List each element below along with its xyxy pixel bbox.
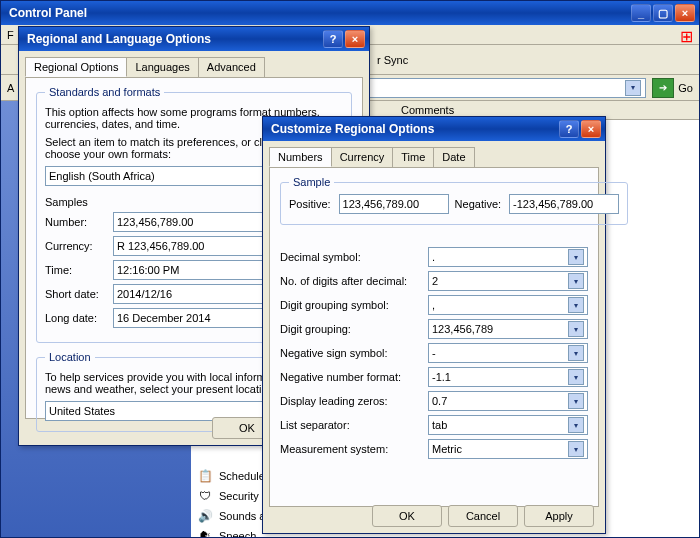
chevron-down-icon[interactable]: ▾ (568, 369, 584, 385)
standards-legend: Standards and formats (45, 86, 164, 98)
measurement-label: Measurement system: (280, 443, 428, 455)
close-button[interactable]: × (675, 4, 695, 22)
tab-regional-options[interactable]: Regional Options (25, 57, 127, 77)
tab-languages[interactable]: Languages (126, 57, 198, 77)
chevron-down-icon[interactable]: ▾ (568, 441, 584, 457)
tab-advanced[interactable]: Advanced (198, 57, 265, 77)
list-separator-select[interactable]: tab▾ (428, 415, 588, 435)
regional-options-title: Regional and Language Options (23, 32, 321, 46)
digits-after-select[interactable]: 2▾ (428, 271, 588, 291)
chevron-down-icon[interactable]: ▾ (568, 321, 584, 337)
go-button[interactable]: ➔ (652, 78, 674, 98)
customize-title: Customize Regional Options (267, 122, 557, 136)
help-button[interactable]: ? (323, 30, 343, 48)
longdate-label: Long date: (45, 312, 113, 324)
close-button[interactable]: × (345, 30, 365, 48)
sounds-icon: 🔊 (197, 508, 213, 524)
location-legend: Location (45, 351, 95, 363)
neg-format-select[interactable]: -1.1▾ (428, 367, 588, 387)
grouping-symbol-label: Digit grouping symbol: (280, 299, 428, 311)
digit-grouping-label: Digit grouping: (280, 323, 428, 335)
sample-group: Sample Positive: 123,456,789.00 Negative… (280, 176, 628, 225)
tab-time[interactable]: Time (392, 147, 434, 167)
customize-buttons: OK Cancel Apply (369, 505, 597, 527)
control-panel-titlebar[interactable]: Control Panel _ ▢ × (1, 1, 699, 25)
apply-button[interactable]: Apply (524, 505, 594, 527)
col-comments[interactable]: Comments (401, 104, 454, 116)
regional-tabstrip: Regional Options Languages Advanced (25, 57, 363, 77)
close-button[interactable]: × (581, 120, 601, 138)
sample-legend: Sample (289, 176, 334, 188)
grouping-symbol-select[interactable]: ,▾ (428, 295, 588, 315)
location-value: United States (49, 405, 115, 417)
maximize-button[interactable]: ▢ (653, 4, 673, 22)
item-label: Speech (219, 530, 256, 537)
decimal-symbol-select[interactable]: .▾ (428, 247, 588, 267)
chevron-down-icon[interactable]: ▾ (568, 393, 584, 409)
windows-logo-icon: ⊞ (680, 27, 693, 46)
tab-numbers[interactable]: Numbers (269, 147, 332, 167)
chevron-down-icon[interactable]: ▾ (568, 249, 584, 265)
tab-currency[interactable]: Currency (331, 147, 394, 167)
leading-zeros-label: Display leading zeros: (280, 395, 428, 407)
number-label: Number: (45, 216, 113, 228)
go-label: Go (678, 82, 693, 94)
minimize-button[interactable]: _ (631, 4, 651, 22)
customize-titlebar[interactable]: Customize Regional Options ? × (263, 117, 605, 141)
security-center-icon: 🛡 (197, 488, 213, 504)
cancel-button[interactable]: Cancel (448, 505, 518, 527)
positive-sample: 123,456,789.00 (339, 194, 449, 214)
negative-label: Negative: (455, 198, 501, 210)
ok-button[interactable]: OK (372, 505, 442, 527)
menu-file[interactable]: F (7, 29, 14, 41)
speech-icon: 🗣 (197, 528, 213, 537)
leading-zeros-select[interactable]: 0.7▾ (428, 391, 588, 411)
neg-sign-select[interactable]: -▾ (428, 343, 588, 363)
digit-grouping-select[interactable]: 123,456,789▾ (428, 319, 588, 339)
shortdate-label: Short date: (45, 288, 113, 300)
tab-date[interactable]: Date (433, 147, 474, 167)
measurement-select[interactable]: Metric▾ (428, 439, 588, 459)
customize-tab-page: Sample Positive: 123,456,789.00 Negative… (269, 167, 599, 507)
digits-after-label: No. of digits after decimal: (280, 275, 428, 287)
currency-label: Currency: (45, 240, 113, 252)
chevron-down-icon[interactable]: ▾ (568, 273, 584, 289)
toolbar-sync-label: r Sync (377, 54, 408, 66)
scheduled-tasks-icon: 📋 (197, 468, 213, 484)
locale-value: English (South Africa) (49, 170, 155, 182)
time-label: Time: (45, 264, 113, 276)
customize-body: Numbers Currency Time Date Sample Positi… (263, 141, 605, 533)
positive-label: Positive: (289, 198, 331, 210)
control-panel-title: Control Panel (5, 6, 629, 20)
customize-regional-dialog: Customize Regional Options ? × Numbers C… (262, 116, 606, 534)
negative-sample: -123,456,789.00 (509, 194, 619, 214)
list-separator-label: List separator: (280, 419, 428, 431)
chevron-down-icon[interactable]: ▾ (568, 297, 584, 313)
chevron-down-icon[interactable]: ▾ (568, 345, 584, 361)
regional-options-titlebar[interactable]: Regional and Language Options ? × (19, 27, 369, 51)
chevron-down-icon[interactable]: ▾ (625, 80, 641, 96)
chevron-down-icon[interactable]: ▾ (568, 417, 584, 433)
customize-tabstrip: Numbers Currency Time Date (269, 147, 599, 167)
neg-format-label: Negative number format: (280, 371, 428, 383)
neg-sign-label: Negative sign symbol: (280, 347, 428, 359)
decimal-symbol-label: Decimal symbol: (280, 251, 428, 263)
help-button[interactable]: ? (559, 120, 579, 138)
